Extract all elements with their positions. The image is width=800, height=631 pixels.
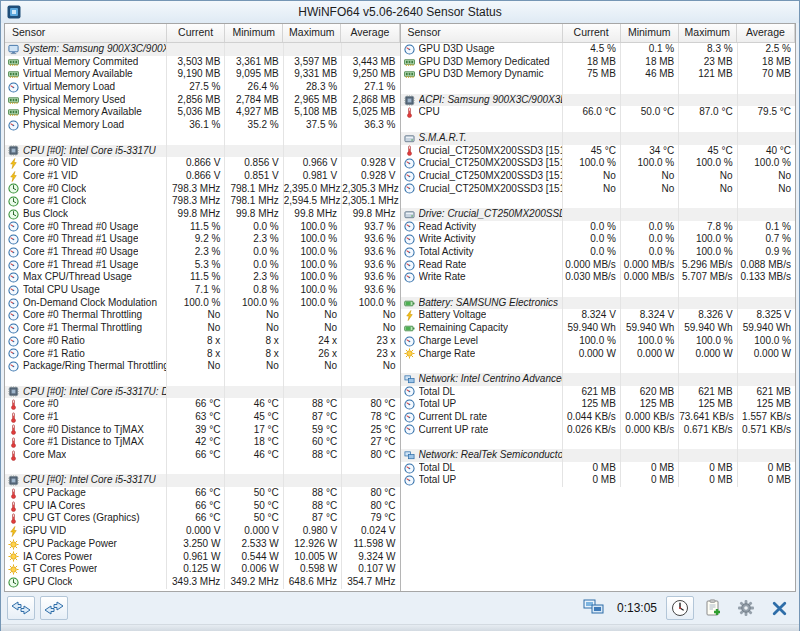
sensor-row[interactable]: Core #0 Thread #1 Usage9.2 %2.3 %100.0 %… [5,233,400,246]
sensor-row[interactable]: Bus Clock99.8 MHz99.8 MHz99.8 MHz99.8 MH… [5,208,400,221]
sensor-row[interactable]: Total Activity0.0 %0.0 %100.0 %0.9 % [401,246,796,259]
column-header-current[interactable]: Current [167,24,225,42]
sensor-row[interactable]: Charge Level100.0 %100.0 %100.0 %100.0 % [401,335,796,348]
sensor-row[interactable]: Physical Memory Used2,856 MB2,784 MB2,96… [5,94,400,107]
sensor-row[interactable]: Crucial_CT250MX200SSD3 [15110EF...100.0 … [401,157,796,170]
sensor-row[interactable]: Write Activity0.0 %0.0 %100.0 %0.7 % [401,233,796,246]
swap-panels-button[interactable] [7,596,35,620]
sensor-group-header[interactable]: Battery: SAMSUNG Electronics [401,297,796,310]
value-minimum: 17 °C [225,424,283,437]
sensor-row[interactable]: Core #1 Clock798.3 MHz798.1 MHz2,594.5 M… [5,195,400,208]
value-maximum: 125 MB [679,398,737,411]
sensor-row[interactable]: Core #0 VID0.866 V0.856 V0.966 V0.928 V [5,157,400,170]
sensor-row[interactable]: On-Demand Clock Modulation100.0 %100.0 %… [5,297,400,310]
sensor-row[interactable]: Core #066 °C46 °C88 °C80 °C [5,398,400,411]
sensor-group-header[interactable]: System: Samsung 900X3C/900X3D/900... [5,43,400,56]
sensor-row[interactable]: Package/Ring Thermal ThrottlingNoNoNoNo [5,360,400,373]
sensor-row[interactable]: Virtual Memory Commited3,503 MB3,361 MB3… [5,56,400,69]
sensor-row[interactable]: Core #0 Thread #0 Usage11.5 %0.0 %100.0 … [5,221,400,234]
sensor-row[interactable]: Read Rate0.000 MB/s0.000 MB/s5.296 MB/s0… [401,259,796,272]
sensor-row[interactable]: GPU D3D Memory Dynamic75 MB46 MB121 MB70… [401,68,796,81]
order-sensors-button[interactable] [40,596,68,620]
sensor-row[interactable]: Core #1 Thread #0 Usage2.3 %0.0 %100.0 %… [5,246,400,259]
sensor-row[interactable]: Core #1 Thread #1 Usage5.3 %0.0 %100.0 %… [5,259,400,272]
sensor-group-header[interactable]: ACPI: Samsung 900X3C/900X3D/900X4... [401,94,796,107]
sensor-row[interactable]: Total CPU Usage7.1 %0.8 %100.0 %93.6 % [5,284,400,297]
sensor-row[interactable]: Core #1 VID0.866 V0.851 V0.981 V0.928 V [5,170,400,183]
sensor-group-header[interactable]: Drive: Crucial_CT250MX200SSD3 [401,208,796,221]
sensor-row[interactable]: CPU Package Power3.250 W2.533 W12.926 W1… [5,538,400,551]
sensor-row[interactable]: Battery Voltage8.324 V8.324 V8.326 V8.32… [401,309,796,322]
sensor-row[interactable]: Physical Memory Load36.1 %35.2 %37.5 %36… [5,119,400,132]
sensor-row[interactable]: Write Rate0.030 MB/s0.000 MB/s5.707 MB/s… [401,271,796,284]
sensor-row[interactable]: Virtual Memory Available9,190 MB9,095 MB… [5,68,400,81]
net-icon [404,373,416,385]
sensor-group-header[interactable]: Network: RealTek Semiconductor RTL8... [401,449,796,462]
sensor-row[interactable]: CPU66.0 °C50.0 °C87.0 °C79.5 °C [401,106,796,119]
sensor-row[interactable]: CPU IA Cores66 °C50 °C88 °C80 °C [5,500,400,513]
sensor-row[interactable]: GPU D3D Usage4.5 %0.1 %8.3 %2.5 % [401,43,796,56]
column-header-current[interactable]: Current [563,24,621,42]
sensor-row[interactable]: Core #0 Distance to TjMAX39 °C17 °C59 °C… [5,424,400,437]
sensor-label: Core #1 Clock [23,195,86,208]
remote-monitoring-button[interactable] [580,596,608,620]
column-header-maximum[interactable]: Maximum [679,24,737,42]
close-button[interactable] [765,596,793,620]
sensor-group-header[interactable]: CPU [#0]: Intel Core i5-3317U [5,474,400,487]
gauge-icon [8,246,20,258]
sensor-row[interactable]: Core #1 Thermal ThrottlingNoNoNoNo [5,322,400,335]
column-header-sensor[interactable]: Sensor [401,24,563,42]
gauge-icon [404,399,416,411]
sensor-row[interactable]: GPU Clock349.3 MHz349.2 MHz648.6 MHz354.… [5,576,400,589]
title-bar[interactable]: HWiNFO64 v5.06-2640 Sensor Status [1,1,799,23]
column-header-sensor[interactable]: Sensor [5,24,167,42]
window-resize-edge[interactable] [1,624,799,631]
sensor-row[interactable]: Total UP125 MB125 MB125 MB125 MB [401,398,796,411]
sensor-row[interactable]: Core Max66 °C46 °C88 °C80 °C [5,449,400,462]
sensor-row[interactable]: Crucial_CT250MX200SSD3 [15110EF...NoNoNo… [401,183,796,196]
reset-clock-button[interactable] [666,596,694,620]
sensor-row[interactable]: Core #1 Ratio8 x8 x26 x23 x [5,348,400,361]
value-minimum: 35.2 % [225,119,283,132]
column-header-minimum[interactable]: Minimum [225,24,283,42]
sensor-row[interactable]: Total DL621 MB620 MB621 MB621 MB [401,386,796,399]
column-header-average[interactable]: Average [341,24,399,42]
sensor-row[interactable]: Physical Memory Available5,036 MB4,927 M… [5,106,400,119]
sensor-group-header[interactable]: CPU [#0]: Intel Core i5-3317U [5,145,400,158]
sensor-row[interactable]: Crucial_CT250MX200SSD3 [15110EF...45 °C3… [401,145,796,158]
sensor-row[interactable]: Remaining Capacity59.940 Wh59.940 Wh59.9… [401,322,796,335]
sensor-row[interactable]: Core #0 Ratio8 x8 x24 x23 x [5,335,400,348]
sensor-row[interactable]: CPU Package66 °C50 °C88 °C80 °C [5,487,400,500]
sensor-row[interactable]: CPU GT Cores (Graphics)66 °C50 °C87 °C79… [5,512,400,525]
sensor-row[interactable]: Core #163 °C45 °C87 °C78 °C [5,411,400,424]
sensor-row[interactable]: GT Cores Power0.125 W0.006 W0.598 W0.107… [5,563,400,576]
column-header-minimum[interactable]: Minimum [621,24,679,42]
sensor-row[interactable]: Core #0 Thermal ThrottlingNoNoNoNo [5,309,400,322]
value-average: 2,305.3 MHz [342,183,399,196]
sensor-row[interactable]: Charge Rate0.000 W0.000 W0.000 W0.000 W [401,348,796,361]
sensor-row[interactable]: Crucial_CT250MX200SSD3 [15110EF...NoNoNo… [401,170,796,183]
value-minimum: 2,784 MB [225,94,283,107]
sensor-row[interactable]: Virtual Memory Load27.5 %26.4 %28.3 %27.… [5,81,400,94]
settings-button[interactable] [732,596,760,620]
sensor-row[interactable]: Total DL0 MB0 MB0 MB0 MB [401,462,796,475]
value-current: 0.125 W [167,563,225,576]
sensor-row[interactable]: Current DL rate0.044 KB/s0.000 KB/s73.64… [401,411,796,424]
sensor-row[interactable]: Current UP rate0.026 KB/s0.000 KB/s0.671… [401,424,796,437]
sensor-row[interactable]: Total UP0 MB0 MB0 MB0 MB [401,474,796,487]
sensor-row[interactable]: Read Activity0.0 %0.0 %7.8 %0.1 % [401,221,796,234]
value-maximum: 12.926 W [284,538,342,551]
sensor-row[interactable]: IA Cores Power0.961 W0.544 W10.005 W9.32… [5,551,400,564]
sensor-row[interactable]: GPU D3D Memory Dedicated18 MB18 MB23 MB1… [401,56,796,69]
value-average: 0.088 MB/s [738,259,795,272]
report-button[interactable] [699,596,727,620]
sensor-row[interactable]: Max CPU/Thread Usage11.5 %2.3 %100.0 %93… [5,271,400,284]
sensor-group-header[interactable]: Network: Intel Centrino Advanced-N 6... [401,373,796,386]
sensor-row[interactable]: Core #1 Distance to TjMAX42 °C18 °C60 °C… [5,436,400,449]
sensor-row[interactable]: Core #0 Clock798.3 MHz798.1 MHz2,395.0 M… [5,183,400,196]
sensor-group-header[interactable]: S.M.A.R.T. [401,132,796,145]
column-header-average[interactable]: Average [737,24,795,42]
column-header-maximum[interactable]: Maximum [283,24,341,42]
sensor-group-header[interactable]: CPU [#0]: Intel Core i5-3317U: DTS [5,386,400,399]
sensor-row[interactable]: iGPU VID0.000 V0.000 V0.980 V0.024 V [5,525,400,538]
